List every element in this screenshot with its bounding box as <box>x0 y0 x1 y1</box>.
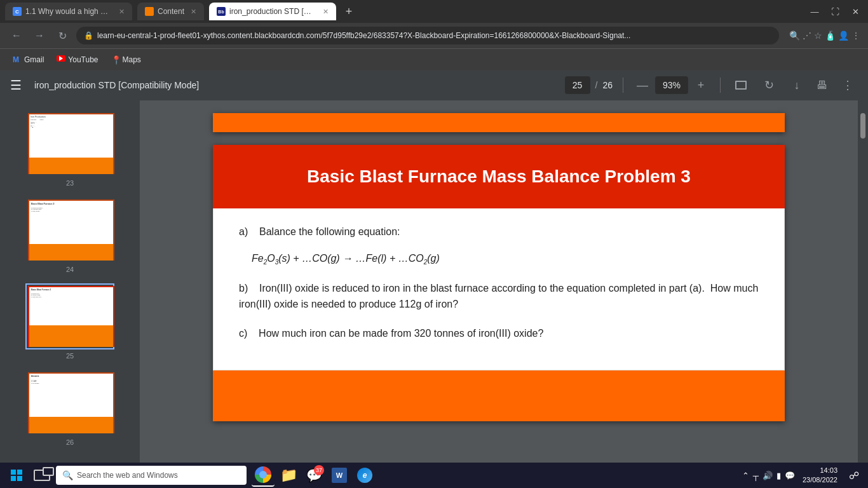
restore-button[interactable]: ⛶ <box>827 4 843 19</box>
new-tab-button[interactable]: + <box>341 4 356 19</box>
tab1-label: 1.1 Why would a high melting po <box>25 7 112 16</box>
slide-title: Basic Blast Furnace Mass Balance Problem… <box>307 166 691 187</box>
menu-icon[interactable]: ⋮ <box>851 30 860 41</box>
time-display: 14:03 <box>803 466 837 475</box>
thumb-number-24: 24 <box>66 266 74 273</box>
task-view-icon <box>34 470 50 481</box>
maps-label: Maps <box>123 55 141 64</box>
edge-icon: e <box>357 468 372 483</box>
thumbnail-25[interactable]: Basic Blast Furnace 3 a) Balance eq... b… <box>0 278 140 365</box>
more-options-button[interactable]: ⋮ <box>837 75 858 95</box>
taskbar-clock: 14:03 23/08/2022 <box>797 466 843 485</box>
minimize-button[interactable]: — <box>807 4 822 19</box>
zoom-control: — 93% + <box>634 76 710 94</box>
address-text: learn-eu-central-1-prod-fleet01-xythos.c… <box>97 31 630 40</box>
taskbar-chrome[interactable] <box>252 464 275 487</box>
tab2-favicon <box>145 7 154 16</box>
star-icon[interactable]: ☆ <box>814 30 822 41</box>
wifi-icon: ┬ <box>753 471 759 480</box>
address-bar: ← → ↻ 🔒 learn-eu-central-1-prod-fleet01-… <box>0 23 868 48</box>
fit-page-button[interactable] <box>731 75 751 95</box>
tab2-label: Content <box>158 7 184 16</box>
task-view-button[interactable] <box>31 464 53 487</box>
bookmarks-bar: M Gmail YouTube 📍 Maps <box>0 48 868 70</box>
tab3-label: iron_production STD [Compatib <box>229 7 316 16</box>
thumbnail-23[interactable]: Iron Production ElementValue Fe₂O₃ .....… <box>0 105 140 192</box>
pdf-viewer: ☰ iron_production STD [Compatibility Mod… <box>0 70 868 463</box>
hamburger-menu[interactable]: ☰ <box>10 78 22 93</box>
thumb-frame-25: Basic Blast Furnace 3 a) Balance eq... b… <box>25 283 114 349</box>
tab1-close[interactable]: ✕ <box>119 8 125 16</box>
browser-chrome: C 1.1 Why would a high melting po ✕ Cont… <box>0 0 868 70</box>
print-button[interactable]: 🖶 <box>812 75 832 95</box>
battery-icon: ▮ <box>776 471 781 480</box>
thumb-frame-26: Answers a) Fe₂O₃... b) 320g... c) 224 to… <box>25 370 114 436</box>
taskbar-search[interactable]: 🔍 Search the web and Windows <box>56 466 247 485</box>
page-number-input[interactable] <box>565 76 590 94</box>
system-tray: ⌃ ┬ 🔊 ▮ 💬 14:03 23/08/2022 ☍ <box>742 466 863 485</box>
tab-2[interactable]: Content ✕ <box>137 3 204 20</box>
question-b: b) Iron(III) oxide is reduced to iron in… <box>239 280 759 313</box>
taskbar-messenger[interactable]: 💬 37 <box>302 464 325 487</box>
fit-icon <box>735 81 747 90</box>
extensions-icon[interactable]: 🧴 <box>825 30 836 41</box>
scroll-thumb[interactable] <box>860 113 865 139</box>
back-button[interactable]: ← <box>8 27 25 44</box>
profile-icon[interactable]: 👤 <box>838 30 849 41</box>
right-scrollbar[interactable] <box>858 100 868 463</box>
search-icon: 🔍 <box>62 470 73 480</box>
address-input[interactable]: 🔒 learn-eu-central-1-prod-fleet01-xythos… <box>76 27 779 44</box>
date-display: 23/08/2022 <box>803 475 837 485</box>
tab3-close[interactable]: ✕ <box>323 8 329 16</box>
thumb-img-25: Basic Blast Furnace 3 a) Balance eq... b… <box>28 286 114 347</box>
question-a: a) Balance the following equation: Fe2O3… <box>239 224 759 268</box>
chat-icon: 💬 <box>785 471 795 480</box>
zoom-in-button[interactable]: + <box>692 76 710 94</box>
word-icon: W <box>332 468 347 483</box>
question-b-label: b) Iron(III) oxide is reduced to iron in… <box>239 280 759 313</box>
folder-icon: 📁 <box>280 467 297 484</box>
thumbnail-26[interactable]: Answers a) Fe₂O₃... b) 320g... c) 224 to… <box>0 365 140 451</box>
slide-body: a) Balance the following equation: Fe2O3… <box>213 208 785 370</box>
download-button[interactable]: ↓ <box>787 75 807 95</box>
rotate-button[interactable]: ↻ <box>759 75 779 95</box>
lock-icon: 🔒 <box>84 31 93 40</box>
forward-button[interactable]: → <box>31 27 48 44</box>
pdf-page-prev-partial <box>213 113 785 132</box>
window-controls: — ⛶ ✕ <box>807 4 863 19</box>
close-button[interactable]: ✕ <box>848 4 863 19</box>
zoom-out-button[interactable]: — <box>634 76 651 94</box>
notification-button[interactable]: ☍ <box>845 466 863 484</box>
slide-header: Basic Blast Furnace Mass Balance Problem… <box>213 145 785 208</box>
windows-logo <box>11 470 22 481</box>
divider-1 <box>623 78 623 93</box>
search-icon[interactable]: 🔍 <box>789 30 800 41</box>
network-icon: ⌃ <box>742 471 749 480</box>
title-bar: C 1.1 Why would a high melting po ✕ Cont… <box>0 0 868 23</box>
bookmark-maps[interactable]: 📍 Maps <box>106 53 146 67</box>
thumbnail-24[interactable]: Basic Blast Furnace 2 a) Balance equatio… <box>0 192 140 278</box>
thumb-number-23: 23 <box>66 179 74 187</box>
taskbar-edge[interactable]: e <box>353 464 376 487</box>
share-icon[interactable]: ⋰ <box>803 30 811 41</box>
tab-3[interactable]: Bb iron_production STD [Compatib ✕ <box>209 3 336 20</box>
taskbar-word[interactable]: W <box>328 464 351 487</box>
gmail-label: Gmail <box>24 55 44 64</box>
search-text: Search the web and Windows <box>77 471 178 480</box>
tab-1[interactable]: C 1.1 Why would a high melting po ✕ <box>5 3 132 20</box>
refresh-button[interactable]: ↻ <box>53 27 71 44</box>
equation: Fe2O3(s) + …CO(g) → …Fe(l) + …CO2(g) <box>252 250 759 268</box>
pdf-main[interactable]: Basic Blast Furnace Mass Balance Problem… <box>140 100 858 463</box>
taskbar: 🔍 Search the web and Windows 📁 💬 37 W e <box>0 463 868 488</box>
tab3-favicon: Bb <box>217 7 226 16</box>
thumb-frame-24: Basic Blast Furnace 2 a) Balance equatio… <box>25 197 114 263</box>
bookmark-gmail[interactable]: M Gmail <box>8 53 49 67</box>
tab2-close[interactable]: ✕ <box>191 8 196 16</box>
gmail-icon: M <box>13 55 22 64</box>
question-a-label: a) Balance the following equation: <box>239 224 759 240</box>
thumb-img-23: Iron Production ElementValue Fe₂O₃ .....… <box>28 113 114 174</box>
taskbar-file-explorer[interactable]: 📁 <box>277 464 300 487</box>
bookmark-youtube[interactable]: YouTube <box>51 53 103 67</box>
page-separator: / <box>595 80 598 90</box>
start-button[interactable] <box>5 464 28 487</box>
